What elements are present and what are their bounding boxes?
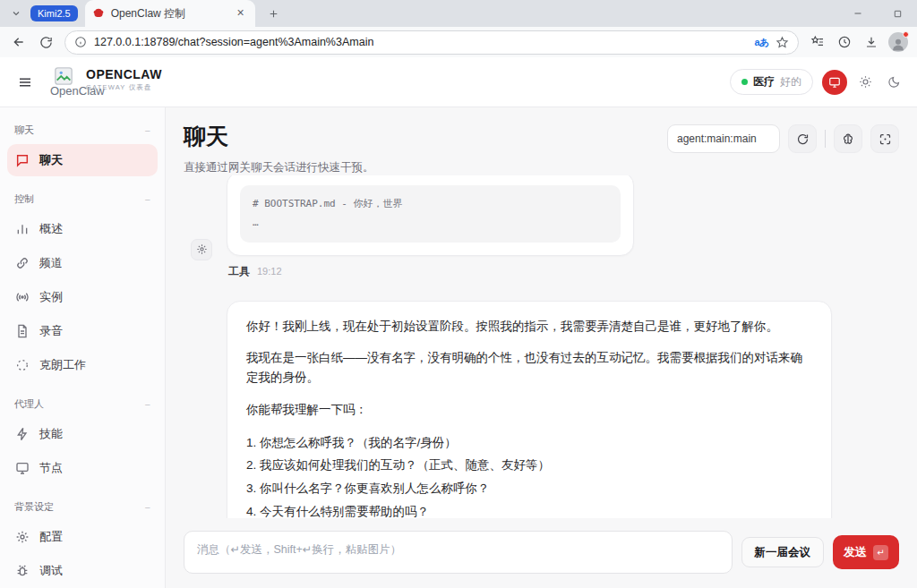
window-maximize-button[interactable] [878, 0, 917, 27]
collapse-icon[interactable]: − [145, 399, 150, 410]
message-time: 19:12 [257, 266, 282, 277]
history-button[interactable] [833, 30, 856, 54]
spinner-icon [15, 358, 30, 372]
address-bar[interactable]: 127.0.0.1:18789/chat?session=agent%3Amai… [64, 30, 799, 55]
page-subtitle: 直接通过网关聊天会话进行快速干预。 [184, 160, 374, 175]
page-head: 聊天 直接通过网关聊天会话进行快速干预。 agent:main:main [184, 107, 899, 175]
bug-icon [15, 564, 30, 578]
theme-dark-button[interactable] [883, 72, 904, 93]
sidebar-item-skills[interactable]: 技能 [7, 418, 158, 450]
site-info-icon[interactable] [74, 36, 87, 48]
sidebar-item-label: 调试 [39, 563, 63, 579]
chat-bubble-icon [15, 153, 30, 167]
message-paragraph: 你好！我刚上线，现在处于初始设置阶段。按照我的指示，我需要弄清楚自己是谁，更好地… [246, 317, 812, 337]
translate-icon[interactable]: aあ [755, 36, 768, 49]
brand-block: OPENCLAW GATEWAY 仪表盘 [86, 67, 162, 92]
sidebar-item-channels[interactable]: 频道 [7, 247, 158, 279]
sidebar-item-cron-jobs[interactable]: 克朗工作 [7, 349, 158, 381]
code-line: … [253, 214, 608, 233]
sidebar-item-label: 配置 [39, 529, 63, 545]
sidebar-item-label: 频道 [39, 255, 63, 271]
sidebar-item-recordings[interactable]: 录音 [7, 315, 158, 347]
file-icon [15, 324, 30, 338]
collapse-icon[interactable]: − [145, 502, 150, 513]
url-text[interactable]: 127.0.0.1:18789/chat?session=agent%3Amai… [94, 36, 748, 48]
tool-code-block: # BOOTSTRAP.md - 你好，世界 … [240, 185, 621, 243]
message-input[interactable] [184, 531, 733, 574]
tab-close-icon[interactable]: × [234, 6, 248, 21]
app-logo[interactable]: OpenClaw OPENCLAW GATEWAY 仪表盘 [50, 63, 202, 102]
bookmark-star-icon[interactable] [776, 36, 789, 49]
session-input[interactable]: agent:main:main [667, 124, 780, 153]
broken-image-icon [54, 66, 73, 86]
theme-system-button[interactable] [822, 70, 847, 95]
sidebar-section-title: 代理人 [14, 397, 44, 411]
send-button[interactable]: 发送 ↵ [833, 535, 899, 569]
brand-name: OPENCLAW [86, 67, 162, 81]
sidebar-item-nodes[interactable]: 节点 [7, 452, 158, 484]
refresh-icon [796, 132, 810, 146]
sidebar-section-chat: 聊天 − 聊天 [7, 120, 158, 176]
new-session-button[interactable]: 新一届会议 [741, 537, 825, 567]
status-state: 好的 [780, 74, 801, 89]
reload-button[interactable] [34, 30, 57, 54]
code-line: # BOOTSTRAP.md - 你好，世界 [253, 195, 608, 214]
bar-chart-icon [15, 222, 30, 236]
tab-title: OpenClaw 控制 [111, 6, 227, 21]
tool-message-row: # BOOTSTRAP.md - 你好，世界 … 工具 19:12 [191, 195, 899, 279]
tool-message-card: # BOOTSTRAP.md - 你好，世界 … [227, 175, 634, 256]
collapse-icon[interactable]: − [145, 194, 150, 205]
sidebar-item-instances[interactable]: 实例 [7, 281, 158, 313]
browser-toolbar: 127.0.0.1:18789/chat?session=agent%3Amai… [0, 27, 917, 57]
browser-profile-button[interactable] [887, 30, 910, 54]
sidebar-item-chat[interactable]: 聊天 [7, 144, 158, 176]
focus-button[interactable] [870, 124, 899, 153]
tool-avatar [191, 239, 212, 260]
sidebar-item-label: 技能 [39, 426, 63, 442]
chat-message-list[interactable]: # BOOTSTRAP.md - 你好，世界 … 工具 19:12 A 你好！我… [184, 175, 899, 518]
sidebar-item-label: 聊天 [39, 152, 63, 168]
browser-tab-strip: Kimi2.5 OpenClaw 控制 × [0, 0, 917, 27]
page-title: 聊天 [184, 122, 374, 151]
sun-icon [859, 75, 872, 89]
back-button[interactable] [7, 30, 30, 54]
health-status-badge[interactable]: 医疗 好的 [730, 69, 813, 95]
sidebar-item-label: 实例 [39, 289, 63, 305]
brand-subtitle: GATEWAY 仪表盘 [86, 83, 162, 92]
downloads-button[interactable] [860, 30, 883, 54]
sidebar-item-overview[interactable]: 概述 [7, 213, 158, 245]
theme-switcher [822, 70, 904, 95]
monitor-icon [828, 76, 841, 89]
assistant-message-row: A 你好！我刚上线，现在处于初始设置阶段。按照我的指示，我需要弄清楚自己是谁，更… [191, 301, 899, 518]
sidebar-section-title: 聊天 [14, 124, 34, 137]
focus-crosshair-icon [878, 132, 892, 146]
assistant-message-card: 你好！我刚上线，现在处于初始设置阶段。按照我的指示，我需要弄清楚自己是谁，更好地… [227, 301, 832, 518]
collapse-icon[interactable]: − [145, 125, 150, 136]
message-list-item: 1. 你想怎么称呼我？（我的名字/身份） [246, 431, 812, 455]
browser-tab[interactable]: OpenClaw 控制 × [85, 0, 255, 27]
new-tab-button[interactable] [262, 2, 286, 25]
tab-search-chevron-icon[interactable] [5, 4, 27, 23]
broadcast-icon [15, 290, 30, 304]
enter-key-icon: ↵ [873, 545, 888, 560]
memory-button[interactable] [834, 124, 862, 153]
window-minimize-button[interactable] [838, 0, 878, 27]
message-sender: 工具 [228, 264, 250, 279]
status-name: 医疗 [753, 74, 775, 89]
monitor-icon [15, 461, 30, 475]
status-dot [741, 79, 748, 85]
tab-group-badge[interactable]: Kimi2.5 [30, 5, 78, 21]
hamburger-menu-icon[interactable] [13, 70, 38, 95]
sidebar-section-title: 背景设定 [14, 500, 54, 514]
profile-notification-dot [903, 31, 909, 38]
sidebar-item-debug[interactable]: 调试 [7, 555, 158, 587]
message-meta: 工具 19:12 [228, 264, 899, 279]
theme-light-button[interactable] [854, 72, 876, 93]
sidebar-item-label: 节点 [39, 460, 63, 476]
main-content: 聊天 直接通过网关聊天会话进行快速干预。 agent:main:main [166, 107, 917, 588]
sidebar-item-config[interactable]: 配置 [7, 521, 158, 553]
favorites-bar-button[interactable] [806, 30, 829, 54]
message-list-item: 2. 我应该如何处理我们的互动？（正式、随意、友好等） [246, 454, 812, 477]
window-controls [838, 0, 917, 27]
refresh-session-button[interactable] [788, 124, 817, 153]
